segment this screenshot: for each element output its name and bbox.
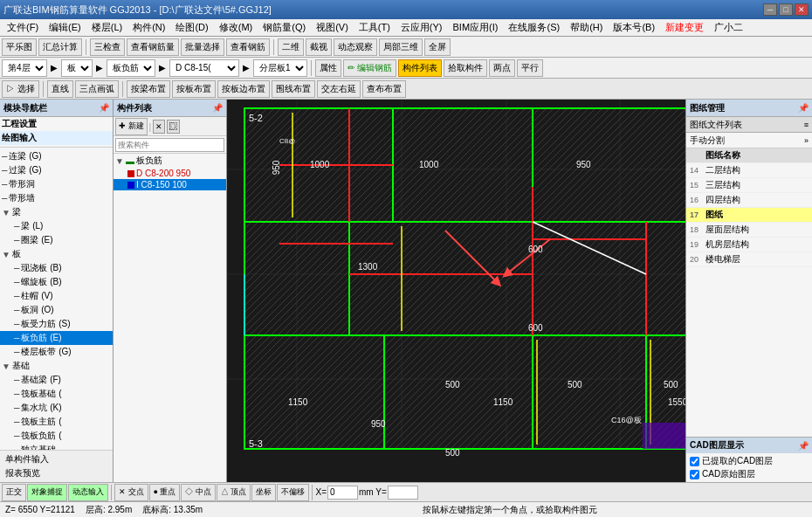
- layer-15[interactable]: 15 三层结构: [686, 178, 812, 193]
- maximize-btn[interactable]: □: [779, 3, 793, 16]
- new-component-btn[interactable]: ✚ 新建: [115, 118, 148, 135]
- layer-mgr-pin[interactable]: 📌: [798, 103, 809, 113]
- menu-rebar[interactable]: 钢筋量(Q): [258, 20, 311, 35]
- manual-split-expand[interactable]: »: [804, 136, 809, 145]
- check-layout-btn[interactable]: 查布布置: [362, 80, 406, 98]
- menu-version[interactable]: 版本号(B): [608, 20, 660, 35]
- no-offset-btn[interactable]: 不偏移: [277, 484, 309, 501]
- nav-pin[interactable]: 📌: [99, 103, 109, 113]
- flat-view-btn[interactable]: 平乐图: [2, 38, 37, 56]
- nav-daiform[interactable]: ─带形洞: [0, 177, 113, 191]
- by-board-btn[interactable]: 按板布置: [172, 80, 216, 98]
- nav-fab-neg[interactable]: ─筏板负筋 (: [0, 429, 113, 443]
- fullscreen-btn[interactable]: 全屏: [424, 38, 451, 56]
- comp-i-c8-150[interactable]: I C8-150 100: [114, 179, 226, 190]
- cad-original-check[interactable]: [690, 470, 699, 479]
- nav-liang[interactable]: ─梁 (L): [0, 219, 113, 233]
- nav-liang-group[interactable]: ▼梁: [0, 205, 113, 219]
- copy-component-btn[interactable]: ⿴: [167, 120, 180, 134]
- nav-report[interactable]: 报表预览: [3, 466, 109, 480]
- cad-extracted-label[interactable]: 已提取的CAD图层: [690, 455, 809, 467]
- menu-edit[interactable]: 编辑(E): [44, 20, 86, 35]
- menu-view[interactable]: 视图(V): [311, 20, 354, 35]
- midpoint-btn[interactable]: ◇ 中点: [181, 484, 216, 501]
- nav-ban-fj[interactable]: ─板负筋 (E): [0, 331, 113, 345]
- layer-20[interactable]: 20 楼电梯层: [686, 252, 812, 267]
- component-type-select[interactable]: 板: [61, 59, 93, 77]
- nav-engineering[interactable]: 工程设置: [0, 117, 113, 131]
- check-btn[interactable]: 三检查: [90, 38, 125, 56]
- coord-btn[interactable]: 坐标: [251, 484, 276, 501]
- snap-btn[interactable]: 对象捕捉: [27, 484, 67, 501]
- nav-fab[interactable]: ─筏板基础 (: [0, 387, 113, 401]
- nav-jichu-liang[interactable]: ─基础梁 (F): [0, 373, 113, 387]
- floor-select[interactable]: 第4层: [2, 59, 47, 77]
- nav-bandong[interactable]: ─板洞 (O): [0, 303, 113, 317]
- layer-14[interactable]: 14 二层结构: [686, 163, 812, 178]
- x-input[interactable]: [327, 486, 358, 500]
- property-btn[interactable]: 属性: [315, 59, 341, 77]
- line-btn[interactable]: 直线: [47, 80, 73, 98]
- batch-select-btn[interactable]: 批量选择: [181, 38, 224, 56]
- minimize-btn[interactable]: ─: [763, 3, 777, 16]
- nav-duli[interactable]: ─独立基础: [0, 443, 113, 450]
- rebar-spec-select[interactable]: D C8-15(: [169, 59, 239, 77]
- menu-assistant[interactable]: 广小二: [709, 20, 748, 35]
- cad-original-label[interactable]: CAD原始图层: [690, 468, 809, 480]
- 2d-btn[interactable]: 二维: [278, 38, 304, 56]
- by-edge-btn[interactable]: 按板边布置: [217, 80, 270, 98]
- menu-cloud[interactable]: 云应用(Y): [396, 20, 448, 35]
- menu-modify[interactable]: 修改(M): [214, 20, 258, 35]
- view-rebar-btn[interactable]: 查看钢筋量: [127, 38, 179, 56]
- parallel-btn[interactable]: 平行: [517, 59, 543, 77]
- local-3d-btn[interactable]: 局部三维: [379, 38, 423, 56]
- nav-ban-group[interactable]: ▼板: [0, 247, 113, 261]
- search-input[interactable]: [115, 138, 224, 152]
- section-btn[interactable]: 截视: [306, 38, 332, 56]
- ortho-btn[interactable]: 正交: [2, 484, 26, 501]
- comp-group-fj[interactable]: ▼ ▬ 板负筋: [114, 154, 226, 168]
- view-detail-btn[interactable]: 查看钢筋: [226, 38, 270, 56]
- menu-draw[interactable]: 绘图(D): [170, 20, 213, 35]
- endpoint-btn[interactable]: ● 重点: [149, 484, 181, 501]
- nav-fab-main[interactable]: ─筏板主筋 (: [0, 415, 113, 429]
- close-btn[interactable]: ✕: [795, 3, 809, 16]
- nav-daiqiang[interactable]: ─带形墙: [0, 191, 113, 205]
- nav-zhum[interactable]: ─柱帽 (V): [0, 289, 113, 303]
- cad-extracted-check[interactable]: [690, 457, 699, 466]
- cad-layer-pin[interactable]: 📌: [798, 441, 809, 451]
- layer-18[interactable]: 18 屋面层结构: [686, 223, 812, 238]
- comp-list-pin[interactable]: 📌: [212, 103, 223, 113]
- left-right-btn[interactable]: 交左右延: [317, 80, 361, 98]
- menu-help[interactable]: 帮助(H): [565, 20, 608, 35]
- nav-drawing[interactable]: 绘图输入: [0, 131, 113, 145]
- dynamic-input-btn[interactable]: 动态输入: [68, 484, 108, 501]
- menu-new-change[interactable]: 新建变更: [660, 20, 709, 35]
- rebar-type-select[interactable]: 板负筋: [107, 59, 155, 77]
- menu-tools[interactable]: 工具(T): [354, 20, 396, 35]
- menu-floor[interactable]: 楼层(L): [86, 20, 127, 35]
- y-input[interactable]: [388, 486, 418, 500]
- menu-bim[interactable]: BIM应用(I): [448, 20, 504, 35]
- canvas-area[interactable]: 5-2 5-5 5-3 5-6 1000 1000 950 1300 950 5…: [227, 100, 685, 482]
- comp-d-c8-200[interactable]: D C8-200 950: [114, 168, 226, 179]
- by-beam-btn[interactable]: 按梁布置: [127, 80, 170, 98]
- nav-jichu-group[interactable]: ▼基础: [0, 359, 113, 373]
- nav-single-input[interactable]: 单构件输入: [3, 452, 109, 466]
- nav-louceng[interactable]: ─楼层板带 (G): [0, 345, 113, 359]
- nav-guoliang[interactable]: ─过梁 (G): [0, 163, 113, 177]
- layer-16[interactable]: 16 四层结构: [686, 193, 812, 208]
- pick-btn[interactable]: 拾取构件: [444, 59, 487, 77]
- component-list-btn[interactable]: 构件列表: [398, 59, 442, 77]
- nav-jishui[interactable]: ─集水坑 (K): [0, 401, 113, 415]
- layer-list-icon[interactable]: ≡: [804, 121, 809, 129]
- vertex-btn[interactable]: △ 顶点: [217, 484, 251, 501]
- layer-select[interactable]: 分层板1: [253, 59, 307, 77]
- menu-component[interactable]: 构件(N): [127, 20, 170, 35]
- layer-17[interactable]: 17 图纸: [686, 208, 812, 223]
- menu-online[interactable]: 在线服务(S): [503, 20, 565, 35]
- two-point-btn[interactable]: 两点: [489, 59, 515, 77]
- edit-rebar-btn[interactable]: ✏ 编辑钢筋: [343, 59, 396, 77]
- nav-xianjiao[interactable]: ─现浇板 (B): [0, 261, 113, 275]
- select-btn[interactable]: ▷ 选择: [2, 80, 39, 98]
